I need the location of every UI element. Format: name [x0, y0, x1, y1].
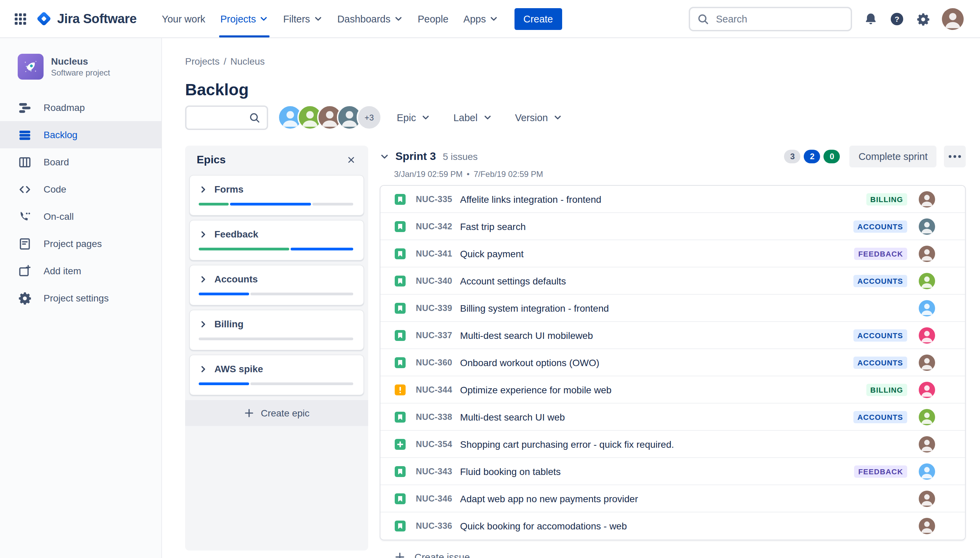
issue-row[interactable]: NUC-342 Fast trip search ACCOUNTS: [381, 213, 965, 240]
assignee-avatar[interactable]: [919, 518, 935, 534]
assignee-avatar[interactable]: [919, 354, 935, 371]
epic-card-accounts[interactable]: Accounts: [189, 265, 364, 305]
chevron-right-icon: [199, 364, 208, 373]
issue-row[interactable]: NUC-346 Adapt web app no new payments pr…: [381, 485, 965, 512]
chevron-down-icon: [394, 14, 403, 23]
user-avatar[interactable]: [942, 8, 964, 30]
issue-row[interactable]: NUC-360 Onboard workout options (OWO) AC…: [381, 349, 965, 376]
issue-title: Adapt web app no new payments provider: [460, 493, 919, 504]
issue-row[interactable]: NUC-344 Optimize experience for mobile w…: [381, 376, 965, 404]
filter-label-dropdown[interactable]: Label: [453, 112, 492, 123]
project-header[interactable]: Nucleus Software project: [0, 38, 161, 80]
nav-item-dashboards[interactable]: Dashboards: [330, 0, 410, 38]
issue-row[interactable]: NUC-338 Multi-dest search UI web ACCOUNT…: [381, 404, 965, 431]
sidebar-item-label: Board: [44, 156, 69, 167]
sidebar-item-roadmap[interactable]: Roadmap: [0, 94, 161, 121]
epic-progress: [199, 382, 353, 385]
backlog-icon: [18, 128, 32, 142]
progress-todo: [250, 382, 353, 385]
epic-name: Accounts: [214, 274, 258, 284]
assignee-avatar[interactable]: [919, 218, 935, 235]
issue-row[interactable]: NUC-343 Fluid booking on tablets FEEDBAC…: [381, 458, 965, 485]
settings-gear-icon[interactable]: [916, 12, 930, 26]
issue-row[interactable]: NUC-337 Multi-dest search UI mobileweb A…: [381, 322, 965, 349]
issue-row[interactable]: NUC-341 Quick payment FEEDBACK: [381, 240, 965, 268]
chevron-down-icon: [483, 113, 492, 122]
assignee-avatar[interactable]: [919, 409, 935, 425]
app-switcher-icon[interactable]: [10, 8, 31, 30]
story-icon: [395, 466, 405, 477]
global-search[interactable]: [689, 7, 852, 31]
issue-row[interactable]: NUC-354 Shopping cart purchasing error -…: [381, 431, 965, 458]
backlog-search-input[interactable]: [193, 111, 248, 123]
sprint-status-badges: 320: [784, 150, 840, 163]
assignee-avatar[interactable]: [919, 463, 935, 479]
assignee-avatar[interactable]: [919, 300, 935, 316]
sidebar-item-project-settings[interactable]: Project settings: [0, 284, 161, 312]
assignee-avatar[interactable]: [919, 381, 935, 398]
nav-item-filters[interactable]: Filters: [276, 0, 330, 38]
epics-title: Epics: [197, 154, 226, 166]
backlog-search[interactable]: [185, 105, 268, 130]
epic-card-feedback[interactable]: Feedback: [189, 220, 364, 261]
sidebar-item-add-item[interactable]: Add item: [0, 257, 161, 284]
filter-version-dropdown[interactable]: Version: [515, 112, 562, 123]
breadcrumb-current[interactable]: Nucleus: [230, 56, 265, 67]
help-icon[interactable]: ?: [890, 11, 904, 26]
roadmap-icon: [18, 100, 32, 115]
breadcrumb: Projects / Nucleus: [185, 56, 265, 67]
collapse-sprint-icon[interactable]: [380, 152, 389, 161]
issue-row[interactable]: NUC-340 Account settings defaults ACCOUN…: [381, 268, 965, 295]
issue-title: Account settings defaults: [460, 275, 854, 286]
nav-item-people[interactable]: People: [410, 0, 456, 38]
additem-icon: [18, 264, 32, 278]
sidebar-item-board[interactable]: Board: [0, 148, 161, 176]
issue-row[interactable]: NUC-336 Quick booking for accomodations …: [381, 512, 965, 540]
sidebar-item-code[interactable]: Code: [0, 176, 161, 203]
nav-item-apps[interactable]: Apps: [456, 0, 506, 38]
sidebar-item-label: Backlog: [44, 129, 77, 140]
assignee-avatar[interactable]: [919, 490, 935, 507]
project-type: Software project: [51, 68, 110, 77]
nav-item-your-work[interactable]: Your work: [154, 0, 213, 38]
chevron-down-icon: [314, 14, 322, 23]
filter-epic-dropdown[interactable]: Epic: [397, 112, 430, 123]
assignee-avatar[interactable]: [919, 191, 935, 207]
issue-label-chip: BILLING: [866, 193, 907, 205]
issue-row[interactable]: NUC-335 Affelite links integration - fro…: [381, 186, 965, 213]
nav-item-projects[interactable]: Projects: [213, 0, 276, 38]
breadcrumb-projects[interactable]: Projects: [185, 56, 220, 67]
close-icon[interactable]: [342, 151, 360, 169]
jira-logo[interactable]: Jira Software: [35, 10, 136, 27]
progress-done: [199, 248, 289, 250]
assignee-avatar[interactable]: [919, 327, 935, 343]
create-button[interactable]: Create: [514, 8, 562, 30]
project-name: Nucleus: [51, 56, 110, 67]
issue-title: Shopping cart purchasing error - quick f…: [460, 438, 919, 450]
sidebar-item-project-pages[interactable]: Project pages: [0, 230, 161, 257]
more-actions-icon[interactable]: [944, 146, 966, 167]
assignee-avatar[interactable]: [919, 436, 935, 452]
create-epic-button[interactable]: Create epic: [185, 400, 368, 426]
sidebar-item-label: On-call: [44, 211, 74, 222]
complete-sprint-button[interactable]: Complete sprint: [850, 146, 936, 167]
assignee-avatar[interactable]: [919, 272, 935, 289]
epic-card-aws-spike[interactable]: AWS spike: [189, 354, 364, 396]
assignee-avatar[interactable]: [919, 245, 935, 262]
sprint-issue-count: 5 issues: [443, 151, 478, 162]
story-icon: [395, 194, 405, 205]
avatar-overflow-chip[interactable]: +3: [356, 105, 382, 130]
primary-nav: Your workProjectsFiltersDashboardsPeople…: [154, 0, 505, 38]
notifications-icon[interactable]: [863, 12, 878, 26]
epic-card-billing[interactable]: Billing: [189, 310, 364, 350]
issue-row[interactable]: NUC-339 Billing system integration - fro…: [381, 295, 965, 322]
epic-card-forms[interactable]: Forms: [189, 175, 364, 216]
new-feature-icon: [395, 438, 405, 450]
sidebar-item-on-call[interactable]: On-call: [0, 203, 161, 230]
sidebar-item-backlog[interactable]: Backlog: [0, 121, 161, 148]
search-input[interactable]: [714, 13, 844, 25]
story-icon: [395, 248, 405, 259]
sprint-section: Sprint 3 5 issues 320 Complete sprint 3/…: [380, 146, 966, 558]
chevron-right-icon: [199, 185, 208, 194]
create-issue-button[interactable]: Create issue: [381, 548, 475, 558]
